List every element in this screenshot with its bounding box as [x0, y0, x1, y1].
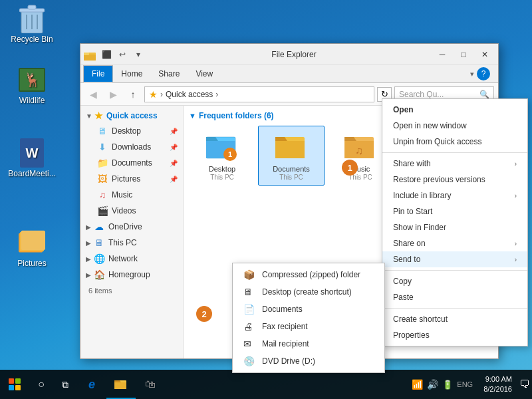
compressed-icon: 📦 [243, 269, 257, 280]
tray-network-icon[interactable]: 📶 [412, 379, 423, 390]
search-icon: 🔍 [479, 90, 489, 99]
desktop: Recycle Bin 🦌 Wildlife W BoardMeeti... P… [0, 0, 532, 399]
start-button[interactable] [0, 370, 29, 399]
mail-icon: ✉ [243, 338, 257, 349]
qat-properties[interactable]: ⬛ [99, 47, 114, 62]
sidebar-item-documents[interactable]: 📁 Documents 📌 [80, 155, 183, 171]
documents-sendto-icon: 📄 [243, 304, 257, 315]
sidebar-item-pictures[interactable]: 🖼 Pictures 📌 [80, 171, 183, 187]
wildlife-icon[interactable]: 🦌 Wildlife [5, 66, 59, 106]
share-on-arrow: › [515, 240, 517, 247]
file-icon-music: ♫ [344, 130, 376, 162]
boardmeeting-icon[interactable]: W BoardMeeti... [5, 140, 59, 180]
file-item-desktop[interactable]: 1 Desktop This PC [189, 126, 255, 186]
cm-unpin[interactable]: Unpin from Quick access [382, 134, 527, 150]
cm-open-new-window[interactable]: Open in new window [382, 118, 527, 134]
tray-lang-icon: ENG [457, 380, 473, 388]
sidebar-item-this-pc[interactable]: ▶ 🖥 This PC [80, 235, 183, 251]
cm-share-on[interactable]: Share on › [382, 235, 527, 251]
ribbon-collapse[interactable]: ▾ [470, 70, 474, 78]
taskbar-explorer[interactable] [106, 370, 136, 399]
sidebar-item-homegroup[interactable]: ▶ 🏠 Homegroup [80, 267, 183, 283]
help-button[interactable]: ? [477, 67, 490, 80]
sendto-mail[interactable]: ✉ Mail recipient [233, 335, 384, 352]
svg-rect-17 [275, 141, 305, 158]
sidebar-item-videos[interactable]: 🎬 Videos [80, 203, 183, 219]
cm-divider-3 [382, 308, 527, 309]
videos-icon: 🎬 [96, 205, 108, 217]
taskbar-task-view[interactable]: ⧉ [53, 370, 77, 399]
this-pc-arrow: ▶ [86, 239, 91, 247]
sidebar-item-network[interactable]: ▶ 🌐 Network [80, 251, 183, 267]
sidebar-item-music[interactable]: ♫ Music [80, 187, 183, 203]
up-button[interactable]: ↑ [124, 86, 142, 103]
sendto-dvd[interactable]: 💿 DVD Drive (D:) [233, 352, 384, 370]
tab-file[interactable]: File [83, 65, 113, 82]
back-button[interactable]: ◀ [84, 86, 102, 103]
taskbar-edge[interactable]: e [77, 370, 106, 399]
fax-icon: 🖨 [243, 321, 257, 332]
cm-copy[interactable]: Copy [382, 273, 527, 289]
file-item-documents[interactable]: Documents This PC [258, 126, 325, 186]
sidebar-item-onedrive[interactable]: ▶ ☁ OneDrive [80, 219, 183, 235]
pin-icon-docs: 📌 [170, 160, 178, 167]
badge-1: 1 [223, 148, 237, 161]
sidebar-item-desktop[interactable]: 🖥 Desktop 📌 [80, 123, 183, 139]
cm-open[interactable]: Open [382, 102, 527, 118]
taskbar-clock[interactable]: 9:00 AM 8/2/2016 [478, 374, 517, 395]
forward-button[interactable]: ▶ [104, 86, 122, 103]
recycle-bin-icon[interactable]: Recycle Bin [5, 5, 59, 45]
notification-icon[interactable]: 🗨 [517, 377, 532, 392]
network-arrow: ▶ [86, 255, 91, 263]
sidebar-item-downloads[interactable]: ⬇ Downloads 📌 [80, 139, 183, 155]
sendto-compressed[interactable]: 📦 Compressed (zipped) folder [233, 266, 384, 283]
cm-share-with[interactable]: Share with › [382, 156, 527, 172]
svg-rect-8 [21, 231, 45, 250]
annotation-badge-1: 1 [342, 160, 358, 176]
sidebar-item-quick-access[interactable]: ▼ ★ Quick access [80, 108, 183, 123]
address-bar[interactable]: ★ › Quick access › [144, 86, 374, 102]
pictures-sidebar-icon: 🖼 [96, 173, 108, 185]
quick-access-arrow: ▼ [86, 112, 92, 120]
this-pc-icon: 🖥 [93, 237, 105, 249]
desktop-shortcut-icon: 🖥 [243, 287, 257, 297]
pin-icon: 📌 [170, 128, 178, 135]
tray-volume-icon[interactable]: 🔊 [427, 379, 438, 390]
tab-view[interactable]: View [188, 65, 221, 82]
cm-restore-prev[interactable]: Restore previous versions [382, 172, 527, 188]
pictures-desktop-icon[interactable]: Pictures [5, 229, 59, 269]
cm-show-finder[interactable]: Show in Finder [382, 219, 527, 235]
quick-access-star-icon: ★ [94, 110, 103, 121]
cm-properties[interactable]: Properties [382, 327, 527, 343]
annotation-badge-2: 2 [196, 306, 212, 322]
dvd-icon: 💿 [243, 356, 257, 366]
maximize-button[interactable]: □ [453, 45, 474, 64]
qat-down[interactable]: ▾ [131, 47, 146, 62]
ribbon: File Home Share View ▾ ? [80, 65, 498, 83]
minimize-button[interactable]: ─ [432, 45, 453, 64]
tray-battery-icon: 🔋 [442, 380, 453, 390]
taskbar-store[interactable]: 🛍 [136, 370, 165, 399]
qat-undo[interactable]: ↩ [115, 47, 130, 62]
sendto-desktop-shortcut[interactable]: 🖥 Desktop (create shortcut) [233, 283, 384, 301]
file-icon-documents [275, 130, 307, 162]
tab-share[interactable]: Share [150, 65, 188, 82]
cm-send-to[interactable]: Send to › [382, 251, 527, 267]
homegroup-icon: 🏠 [93, 269, 105, 281]
sendto-fax[interactable]: 🖨 Fax recipient [233, 318, 384, 335]
svg-rect-10 [84, 55, 96, 61]
homegroup-arrow: ▶ [86, 271, 91, 279]
pin-icon-pics: 📌 [170, 176, 178, 183]
close-button[interactable]: ✕ [474, 45, 495, 64]
cm-paste[interactable]: Paste [382, 289, 527, 305]
tab-home[interactable]: Home [113, 65, 150, 82]
documents-icon: 📁 [96, 157, 108, 169]
desktop-folder-icon: 🖥 [96, 125, 108, 137]
cm-include-library[interactable]: Include in library › [382, 188, 527, 203]
taskbar-search[interactable]: ○ [29, 370, 53, 399]
send-to-arrow: › [515, 256, 517, 263]
sendto-documents[interactable]: 📄 Documents [233, 301, 384, 318]
cm-pin-start[interactable]: Pin to Start [382, 203, 527, 219]
window-title: File Explorer [156, 50, 432, 59]
cm-create-shortcut[interactable]: Create shortcut [382, 311, 527, 327]
